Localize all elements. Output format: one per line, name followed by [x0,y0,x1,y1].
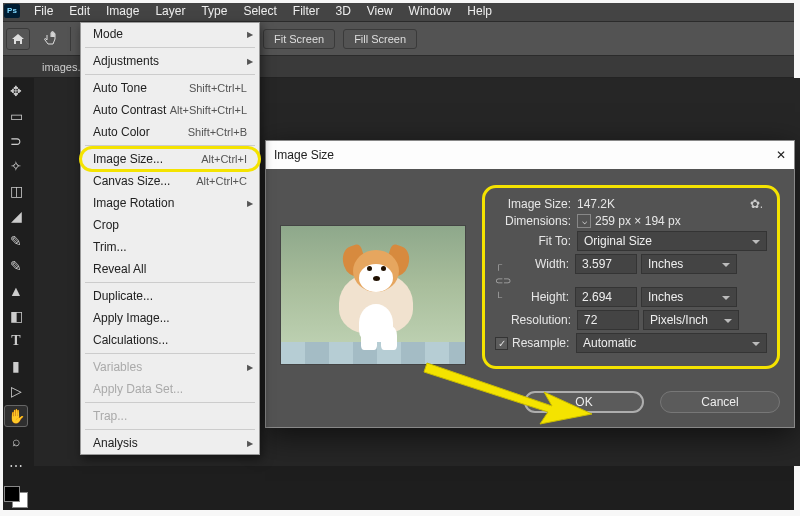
width-input[interactable] [575,254,637,274]
edit-toolbar-icon[interactable]: ⋯ [4,455,28,477]
resample-select[interactable]: Automatic [576,333,767,353]
gear-icon[interactable]: ✿. [746,197,767,211]
fit-to-label: Fit To: [495,234,577,248]
menu-item-crop[interactable]: Crop [81,214,259,236]
image-size-value: 147.2K [577,197,615,211]
path-select-tool-icon[interactable]: ▷ [4,380,28,402]
menu-item-canvas-size[interactable]: Canvas Size...Alt+Ctrl+C [81,170,259,192]
menu-type[interactable]: Type [193,1,235,21]
menu-file[interactable]: File [26,1,61,21]
menu-item-label: Calculations... [93,333,168,347]
image-preview [280,225,466,365]
menu-item-shortcut: Shift+Ctrl+L [189,82,247,94]
menu-separator [85,353,255,354]
home-button[interactable] [6,28,30,50]
hand-tool-icon[interactable] [38,28,62,50]
color-swatch[interactable] [4,486,28,508]
hand-tool-icon[interactable]: ✋ [4,405,28,427]
menu-item-trap: Trap... [81,405,259,427]
menu-item-label: Auto Tone [93,81,147,95]
menu-item-duplicate[interactable]: Duplicate... [81,285,259,307]
stamp-tool-icon[interactable]: ▲ [4,280,28,302]
menu-separator [85,145,255,146]
menu-item-label: Image Size... [93,152,163,166]
menu-item-label: Variables [93,360,142,374]
constrain-proportions-icon[interactable]: ⊂⊃ [495,275,509,286]
menu-item-image-rotation[interactable]: Image Rotation [81,192,259,214]
menu-filter[interactable]: Filter [285,1,328,21]
link-bracket-bottom: └ [495,292,509,303]
menu-separator [85,74,255,75]
healing-tool-icon[interactable]: ✎ [4,230,28,252]
menu-separator [85,402,255,403]
menu-item-adjustments[interactable]: Adjustments [81,50,259,72]
menu-item-label: Duplicate... [93,289,153,303]
menu-separator [85,282,255,283]
menu-item-auto-tone[interactable]: Auto ToneShift+Ctrl+L [81,77,259,99]
menu-window[interactable]: Window [401,1,460,21]
dialog-titlebar[interactable]: Image Size ✕ [266,141,794,169]
eraser-tool-icon[interactable]: ◧ [4,305,28,327]
crop-tool-icon[interactable]: ◫ [4,180,28,202]
menu-item-label: Reveal All [93,262,146,276]
menu-item-apply-data-set: Apply Data Set... [81,378,259,400]
ok-button[interactable]: OK [524,391,644,413]
menu-item-shortcut: Alt+Shift+Ctrl+L [170,104,247,116]
menu-item-label: Crop [93,218,119,232]
move-tool-icon[interactable]: ✥ [4,80,28,102]
dimensions-value: 259 px × 194 px [595,214,681,228]
menu-3d[interactable]: 3D [327,1,358,21]
magic-wand-tool-icon[interactable]: ✧ [4,155,28,177]
dimensions-unit-toggle[interactable]: ⌵ [577,214,591,228]
menu-separator [85,429,255,430]
type-tool-icon[interactable]: T [4,330,28,352]
menu-item-mode[interactable]: Mode [81,23,259,45]
resolution-label: Resolution: [495,313,577,327]
pen-tool-icon[interactable]: ▮ [4,355,28,377]
document-tab[interactable]: images. [36,58,87,76]
frame-border [0,0,3,516]
marquee-tool-icon[interactable]: ▭ [4,105,28,127]
menu-item-label: Auto Color [93,125,150,139]
resample-checkbox[interactable]: ✓ [495,337,508,350]
fit-screen-button[interactable]: Fit Screen [263,29,335,49]
fg-color-swatch[interactable] [4,486,20,502]
menu-layer[interactable]: Layer [147,1,193,21]
width-label: Width: [509,257,575,271]
menu-edit[interactable]: Edit [61,1,98,21]
menu-item-calculations[interactable]: Calculations... [81,329,259,351]
menu-help[interactable]: Help [459,1,500,21]
eyedropper-tool-icon[interactable]: ◢ [4,205,28,227]
menu-item-reveal-all[interactable]: Reveal All [81,258,259,280]
height-unit-select[interactable]: Inches [641,287,737,307]
menu-separator [85,47,255,48]
width-unit-select[interactable]: Inches [641,254,737,274]
menu-item-analysis[interactable]: Analysis [81,432,259,454]
frame-border [0,510,800,516]
menu-item-shortcut: Alt+Ctrl+I [201,153,247,165]
cancel-button[interactable]: Cancel [660,391,780,413]
zoom-tool-icon[interactable]: ⌕ [4,430,28,452]
resolution-input[interactable] [577,310,639,330]
link-bracket-top: ┌ [495,259,509,270]
image-size-label: Image Size: [495,197,577,211]
menu-select[interactable]: Select [235,1,284,21]
brush-tool-icon[interactable]: ✎ [4,255,28,277]
fill-screen-button[interactable]: Fill Screen [343,29,417,49]
menu-item-label: Canvas Size... [93,174,170,188]
menu-image[interactable]: Image [98,1,147,21]
menu-item-image-size[interactable]: Image Size...Alt+Ctrl+I [81,148,259,170]
close-icon[interactable]: ✕ [776,148,786,162]
menu-item-auto-color[interactable]: Auto ColorShift+Ctrl+B [81,121,259,143]
menu-item-auto-contrast[interactable]: Auto ContrastAlt+Shift+Ctrl+L [81,99,259,121]
lasso-tool-icon[interactable]: ⊃ [4,130,28,152]
menu-item-label: Apply Data Set... [93,382,183,396]
resolution-unit-select[interactable]: Pixels/Inch [643,310,739,330]
menu-item-apply-image[interactable]: Apply Image... [81,307,259,329]
height-input[interactable] [575,287,637,307]
fit-to-select[interactable]: Original Size [577,231,767,251]
menu-item-label: Mode [93,27,123,41]
menu-view[interactable]: View [359,1,401,21]
menu-item-label: Trim... [93,240,127,254]
menu-item-trim[interactable]: Trim... [81,236,259,258]
